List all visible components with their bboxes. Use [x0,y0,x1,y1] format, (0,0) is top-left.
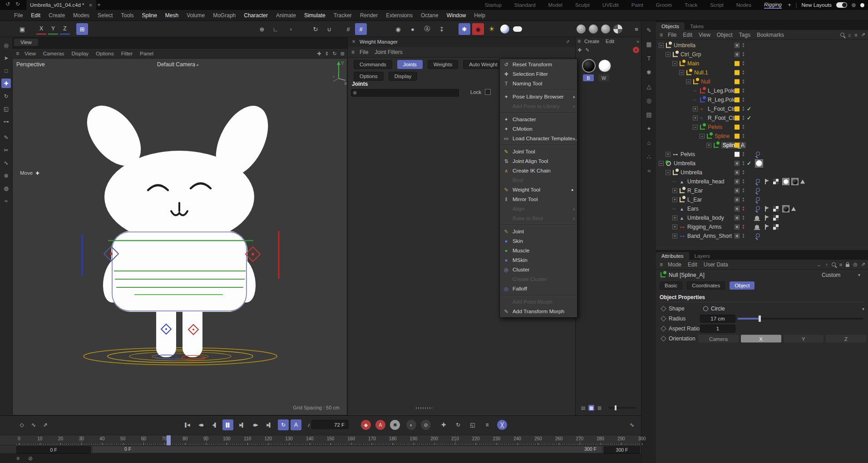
viewport-menu-view[interactable]: View [21,51,39,56]
keying-settings-button[interactable]: ✱ [390,420,400,430]
menubar-item-extensions[interactable]: Extensions [382,12,417,19]
tree-expander[interactable]: + [672,197,677,202]
object-name[interactable]: L_Ear [687,197,702,203]
visibility-dots[interactable] [743,180,744,181]
visibility-dots[interactable] [743,153,744,154]
layout-tab-model[interactable]: Model [548,2,562,8]
xpresso-icon[interactable]: ✱ [459,23,470,35]
key-position-button[interactable]: ✚ [438,419,449,430]
play-mode-button[interactable]: A [291,419,301,430]
goto-start-button[interactable]: ▌◀ [182,419,192,430]
material-3-icon[interactable] [601,25,610,34]
tab-attributes[interactable]: Attributes [656,252,689,260]
tree-row-main[interactable]: −Main [656,59,868,68]
popout-icon[interactable]: ⇗ [861,261,865,267]
panel-menu-icon[interactable]: ≡ [660,261,663,268]
wm-tab-display[interactable]: Display [389,72,418,81]
select-tool-icon[interactable]: ➤ [1,53,11,63]
radius-slider[interactable] [738,318,863,320]
tree-row-umbrella-head[interactable]: ▲Umbrella_head [656,177,868,186]
mini-state-icon[interactable]: ▫ [285,23,297,35]
visibility-dots[interactable] [743,207,744,208]
axis-x-button[interactable]: X [36,24,46,34]
joint-object-icon[interactable]: ⊶ [680,224,685,230]
layout-icon[interactable]: ⊞ [340,51,345,57]
joint-object-icon[interactable]: ⊶ [673,152,678,158]
visibility-dots[interactable] [743,162,744,163]
anim-dot-icon[interactable] [661,306,666,312]
object-name[interactable]: Umbrella [674,42,695,49]
layout-tab-uvedit[interactable]: UVEdit [602,2,619,8]
null-object-icon[interactable] [707,134,712,139]
magnet-tool-icon[interactable]: ⊕ [1,171,11,180]
visibility-dots[interactable] [743,198,744,199]
null-object-icon[interactable] [680,188,685,193]
display-tag-icon[interactable] [764,224,769,230]
tree-expander[interactable]: − [686,79,691,84]
orientation-z-button[interactable]: Z [826,335,866,343]
om-menu-bookmarks[interactable]: Bookmarks [754,32,787,38]
layer-toggle[interactable] [735,70,740,75]
menu-item-joint-align-tool[interactable]: ⇅Joint Align Tool [500,157,577,166]
null-object-icon[interactable] [693,79,698,84]
panel-menu-icon[interactable]: ≡ [660,32,663,38]
layer-toggle[interactable] [735,170,740,175]
marquee-tool-icon[interactable]: □ [1,66,11,75]
layer-toggle[interactable] [735,197,740,202]
new-document-button[interactable]: + [97,1,101,8]
menubar-item-spline[interactable]: Spline [138,12,161,19]
layout-tab-sculpt[interactable]: Sculpt [575,2,590,8]
tree-expander[interactable]: − [693,125,698,130]
tree-row-r-ear[interactable]: +R_Ear [656,186,868,195]
object-name[interactable]: Pelvis [681,151,695,158]
tree-row-ctrl-grp[interactable]: −Ctrl_Grp [656,50,868,59]
menu-item-reset-transform[interactable]: ↺Reset Transform [500,60,577,69]
layer-toggle[interactable] [735,143,740,148]
object-name[interactable]: R_Leg.Pole [708,97,736,103]
close-icon[interactable]: ✕ [352,39,355,44]
constraint-tag-icon[interactable] [755,233,760,239]
tree-expander[interactable]: − [700,134,705,139]
menubar-item-volume[interactable]: Volume [182,12,209,19]
material-tag-icon[interactable] [755,159,763,167]
overflow-icon[interactable]: » [636,39,639,44]
visibility-dots[interactable] [743,234,744,236]
axis-modification-icon[interactable]: ∟ [270,23,281,35]
joint-filter-input[interactable]: ⊗ [351,89,459,97]
menubar-item-simulate[interactable]: Simulate [300,12,330,19]
menu-item-mskin[interactable]: ●MSkin [500,256,577,265]
dolly-icon[interactable]: ⇕ [325,51,329,57]
frame-ruler[interactable]: 0102030405060708090100110120130140150160… [0,435,641,445]
phong-tag-icon[interactable] [791,207,796,211]
menubar-item-character[interactable]: Character [240,12,272,19]
play-forward-button[interactable]: ▶▌ [236,419,247,430]
menubar-item-animate[interactable]: Animate [272,12,300,19]
tree-row-umbrella[interactable]: −Umbrella [656,41,868,50]
orientation-x-button[interactable]: X [741,335,781,343]
layer-toggle[interactable] [735,134,740,139]
enabled-check-icon[interactable]: ✓ [747,115,751,121]
attr-menu-user-data[interactable]: User Data [700,261,731,268]
om-menu-view[interactable]: View [695,32,714,38]
prev-frame-button[interactable]: ◀▌ [209,419,220,430]
menubar-item-tools[interactable]: Tools [117,12,138,19]
bind-pose-icon[interactable]: ↧ [436,23,448,35]
undo-icon[interactable]: ↺ [5,1,10,7]
tree-row-l-foot-ctrl[interactable]: +≈L_Foot_Ctrl✓ [656,104,868,113]
attr-tab-coordinates[interactable]: Coordinates [687,281,725,290]
object-name[interactable]: Pelvis [708,124,722,130]
null-object-icon[interactable] [666,43,671,48]
layer-toggle[interactable] [735,225,740,230]
prev-key-button[interactable]: ◀◆ [195,419,206,430]
popout-icon[interactable]: ⇗ [861,32,865,38]
viewport-canvas[interactable]: Perspective Default Camera ▸ Move✚ Grid … [12,58,347,415]
menu-item-muscle[interactable]: ●Muscle [500,246,577,256]
layer-toggle[interactable] [735,98,740,103]
menu-item-character[interactable]: ✦Character [500,115,577,124]
pick-color-icon[interactable]: ✎ [585,47,589,53]
clear-icon[interactable]: ⊗ [353,90,357,96]
visibility-dots[interactable] [743,134,744,136]
target-icon[interactable]: ◎ [644,95,654,105]
pen-tool-icon[interactable]: ✎ [1,133,11,142]
object-properties-heading[interactable]: Object Properties [660,294,864,302]
